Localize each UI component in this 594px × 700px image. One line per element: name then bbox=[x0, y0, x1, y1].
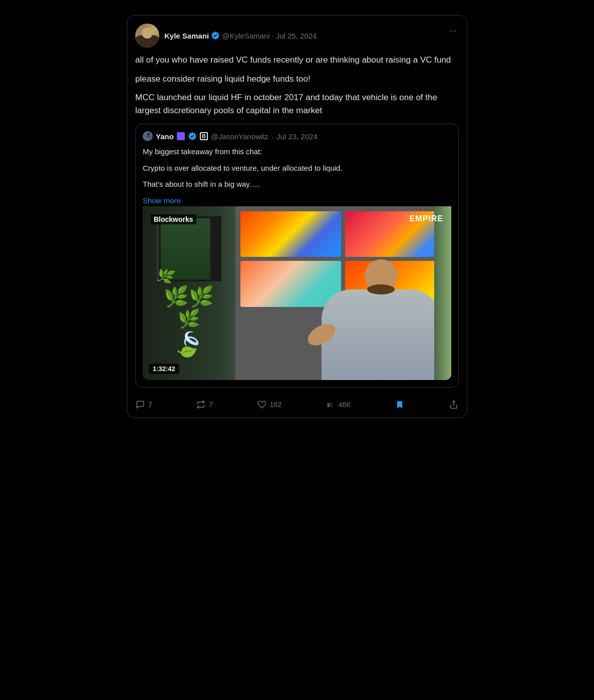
quoted-separator: · bbox=[271, 132, 273, 141]
quoted-tweet-header: Yano B @JasonYanowitz · Jul 23, 2024 bbox=[143, 131, 451, 141]
quoted-tweet[interactable]: Yano B @JasonYanowitz · Jul 23, 2024 My … bbox=[135, 124, 459, 388]
plants-area: 🌿🌿 🌿 🍃 bbox=[143, 206, 235, 380]
separator: · bbox=[272, 32, 274, 40]
retweet-count: 7 bbox=[209, 401, 213, 409]
tweet-header-left: Kyle Samani @KyleSamani · Jul 25, 2024 bbox=[135, 24, 317, 48]
tweet-actions: 7 7 162 bbox=[135, 396, 459, 410]
tweet-paragraph-2: please consider raising liquid hedge fun… bbox=[135, 73, 459, 86]
plant bbox=[161, 218, 211, 279]
quoted-paragraph-2: Crypto is over allocated to venture, und… bbox=[143, 163, 451, 174]
quoted-avatar bbox=[143, 131, 153, 141]
retweet-icon bbox=[196, 400, 206, 410]
verified-badge-icon bbox=[211, 31, 220, 40]
person-arm bbox=[305, 320, 339, 350]
like-icon bbox=[257, 400, 267, 410]
quoted-username: @JasonYanowitz bbox=[211, 132, 268, 141]
quoted-display-name: Yano bbox=[156, 132, 174, 141]
shelf bbox=[157, 216, 221, 281]
empire-label: EMPIRE bbox=[410, 214, 443, 223]
video-duration: 1:32:42 bbox=[149, 364, 179, 374]
video-content: 🌿🌿 🌿 🍃 bbox=[143, 206, 451, 380]
b-badge-icon: B bbox=[200, 132, 208, 140]
retweet-action[interactable]: 7 bbox=[196, 400, 213, 410]
tweet-date: Jul 25, 2024 bbox=[276, 32, 317, 40]
share-action[interactable] bbox=[449, 400, 459, 410]
person-head bbox=[365, 259, 397, 292]
quoted-verified-badge-icon bbox=[188, 132, 197, 141]
like-count: 162 bbox=[270, 401, 281, 409]
right-area bbox=[235, 206, 451, 380]
avatar[interactable] bbox=[135, 24, 159, 48]
user-info: Kyle Samani @KyleSamani · Jul 25, 2024 bbox=[164, 31, 317, 40]
tweet-card: Kyle Samani @KyleSamani · Jul 25, 2024 ·… bbox=[127, 15, 467, 418]
tweet-paragraph-3: MCC launched our liquid HF in october 20… bbox=[135, 91, 459, 117]
tweet-body: all of you who have raised VC funds rece… bbox=[135, 54, 459, 117]
display-name: Kyle Samani bbox=[164, 32, 209, 40]
purple-square-badge-icon bbox=[177, 132, 185, 140]
show-more-button[interactable]: Show more bbox=[143, 196, 181, 205]
share-icon bbox=[449, 400, 459, 410]
bookmark-action[interactable] bbox=[395, 400, 405, 410]
reply-icon bbox=[135, 400, 145, 410]
person bbox=[322, 241, 440, 380]
video-thumbnail[interactable]: 🌿🌿 🌿 🍃 bbox=[143, 206, 451, 380]
person-body bbox=[322, 289, 440, 380]
blockworks-label: Blockworks bbox=[151, 214, 196, 224]
quoted-date: Jul 23, 2024 bbox=[276, 132, 318, 141]
bookmark-icon bbox=[395, 400, 405, 410]
views-count: 46K bbox=[339, 401, 351, 409]
tweet-header: Kyle Samani @KyleSamani · Jul 25, 2024 ·… bbox=[135, 24, 459, 48]
user-name-row: Kyle Samani @KyleSamani · Jul 25, 2024 bbox=[164, 31, 317, 40]
quoted-paragraph-1: My biggest takeaway from this chat: bbox=[143, 146, 451, 158]
reply-count: 7 bbox=[148, 401, 152, 409]
window bbox=[434, 206, 451, 380]
username: @KyleSamani bbox=[222, 32, 269, 40]
views-icon bbox=[326, 400, 336, 410]
views-action[interactable]: 46K bbox=[326, 400, 351, 410]
tweet-paragraph-1: all of you who have raised VC funds rece… bbox=[135, 54, 459, 67]
reply-action[interactable]: 7 bbox=[135, 400, 152, 410]
quoted-tweet-body: My biggest takeaway from this chat: Cryp… bbox=[143, 146, 451, 206]
quoted-paragraph-3: That's about to shift in a big way…. bbox=[143, 179, 451, 190]
like-action[interactable]: 162 bbox=[257, 400, 281, 410]
more-options-button[interactable]: ··· bbox=[447, 24, 459, 38]
